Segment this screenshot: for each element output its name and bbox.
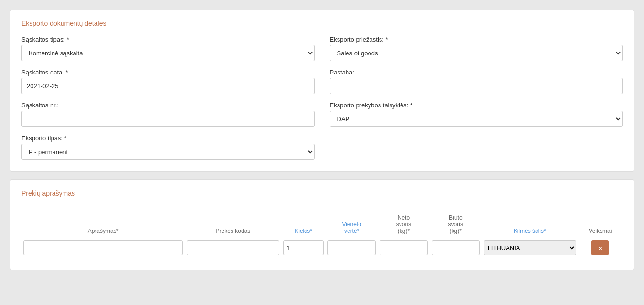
col-header-neto: Netosvoris(kg)* (378, 211, 430, 237)
trade-terms-select[interactable]: DAP DDP EXW FCA CPT CIP DAT (330, 111, 623, 127)
cell-description (21, 237, 185, 258)
invoice-type-label: Sąskaitos tipas: * (21, 36, 315, 43)
export-reason-label: Eksporto priežastis: * (330, 36, 623, 43)
section1-title: Eksporto dokumentų detalės (21, 20, 623, 27)
bruto-input[interactable] (432, 240, 480, 255)
cell-neto (378, 237, 430, 258)
note-input[interactable] (330, 78, 623, 94)
cell-unit-value (326, 237, 378, 258)
col-header-actions: Veiksmai (578, 211, 623, 237)
section2-title: Prekių aprašymas (21, 189, 623, 197)
trade-terms-group: Eksporto prekybos taisyklės: * DAP DDP E… (330, 102, 623, 127)
goods-description-section: Prekių aprašymas Aprašymas* Prekės kodas… (10, 179, 634, 270)
cell-action: x (578, 237, 623, 258)
invoice-nr-group: Sąskaitos nr.: (21, 102, 315, 127)
col-header-code: Prekės kodas (185, 211, 281, 237)
invoice-type-group: Sąskaitos tipas: * Komercinė sąskaita Pr… (21, 36, 315, 61)
col-header-description: Aprašymas* (21, 211, 185, 237)
invoice-nr-input[interactable] (21, 111, 315, 127)
invoice-type-select[interactable]: Komercinė sąskaita Proforma sąskaita (21, 45, 315, 61)
cell-bruto (430, 237, 482, 258)
unit-value-input[interactable] (327, 240, 376, 255)
invoice-date-input[interactable] (21, 78, 315, 94)
goods-table-container: Aprašymas* Prekės kodas Kiekis* Vienetov… (21, 206, 623, 258)
note-label: Pastaba: (330, 69, 623, 76)
delete-row-button[interactable]: x (591, 240, 609, 255)
invoice-date-group: Sąskaitos data: * (21, 69, 315, 94)
col-header-bruto: Brutosvoris(kg)* (430, 211, 482, 237)
table-row: LITHUANIA LATVIA ESTONIA GERMANY FRANCE … (21, 237, 623, 258)
cell-qty (281, 237, 326, 258)
export-type-label: Eksporto tipas: * (21, 135, 315, 142)
neto-input[interactable] (380, 240, 428, 255)
cell-country: LITHUANIA LATVIA ESTONIA GERMANY FRANCE (482, 237, 578, 258)
table-header-row: Aprašymas* Prekės kodas Kiekis* Vienetov… (21, 211, 623, 237)
export-type-group: Eksporto tipas: * P - permanent T - temp… (21, 135, 315, 160)
col-header-qty: Kiekis* (281, 211, 326, 237)
country-select[interactable]: LITHUANIA LATVIA ESTONIA GERMANY FRANCE (484, 240, 576, 255)
goods-table: Aprašymas* Prekės kodas Kiekis* Vienetov… (21, 211, 623, 258)
section1-form: Sąskaitos tipas: * Komercinė sąskaita Pr… (21, 36, 623, 160)
code-input[interactable] (187, 240, 279, 255)
qty-input[interactable] (283, 240, 324, 255)
empty-cell (330, 135, 623, 160)
description-input[interactable] (23, 240, 183, 255)
cell-code (185, 237, 281, 258)
col-header-unit-value: Vienetovertė* (326, 211, 378, 237)
export-reason-select[interactable]: Sales of goods Gift Return Other (330, 45, 623, 61)
col-header-country: Kilmės šalis* (482, 211, 578, 237)
export-type-select[interactable]: P - permanent T - temporary R - return (21, 144, 315, 160)
export-documents-section: Eksporto dokumentų detalės Sąskaitos tip… (10, 10, 634, 172)
invoice-date-label: Sąskaitos data: * (21, 69, 315, 76)
note-group: Pastaba: (330, 69, 623, 94)
export-reason-group: Eksporto priežastis: * Sales of goods Gi… (330, 36, 623, 61)
trade-terms-label: Eksporto prekybos taisyklės: * (330, 102, 623, 109)
invoice-nr-label: Sąskaitos nr.: (21, 102, 315, 109)
